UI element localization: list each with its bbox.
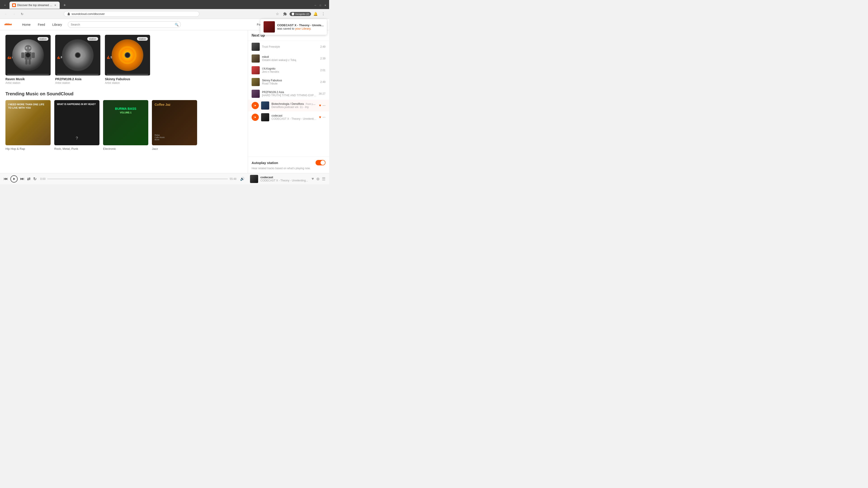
queue-actions-codecast: ♥ ··· [319, 115, 326, 119]
heart-btn-bio[interactable]: ♥ [319, 103, 321, 107]
svg-rect-5 [8, 24, 9, 25]
more-btn-codecast[interactable]: ··· [322, 115, 326, 119]
more-chrome-btn[interactable]: ⋮ [320, 11, 327, 17]
trending-rock[interactable]: WHAT IS HAPPENING IN MY HEAD? ? Rock, Me… [54, 100, 99, 151]
soundcloud-logo[interactable] [4, 22, 13, 27]
player-queue-btn[interactable]: ☰ [322, 176, 326, 182]
queue-thumb-trust [252, 43, 260, 51]
main-layout: Raven Musik [0, 30, 329, 173]
shuffle-btn[interactable]: ⇄ [27, 176, 31, 182]
progress-bar-skinny [107, 74, 148, 74]
station-card-raven[interactable]: Raven Musik [5, 35, 51, 85]
autoplay-toggle[interactable] [315, 160, 326, 165]
queue-item-mikoll[interactable]: mikoll Ostatni dzień wakacji z Tobą 2:39 [248, 53, 329, 64]
address-bar[interactable]: soundcloud.com/discover [64, 11, 199, 17]
active-tab[interactable]: Discover the top streamed mus... ✕ [9, 2, 60, 9]
incognito-icon [291, 12, 294, 15]
forward-btn[interactable]: → [11, 11, 17, 17]
queue-item-codecast[interactable]: ⋮⋮ codecast CODECAST X - Theony - Unrele… [248, 111, 329, 123]
heart-btn-codecast[interactable]: ♥ [319, 115, 321, 119]
queue-item-trust[interactable]: Trust Freestyle 2:49 [248, 41, 329, 53]
trending-jazz[interactable]: Coffee Jaz RelaxCafe MusicBGM Jazz [152, 100, 197, 151]
player-addto-btn[interactable]: ⊕ [316, 176, 320, 182]
new-tab-btn[interactable]: + [61, 2, 68, 8]
incognito-badge[interactable]: Incognito (2) [289, 12, 311, 16]
time-total: 55:48 [230, 177, 237, 181]
autoplay-title: Autoplay station [252, 161, 278, 165]
queue-item-inko[interactable]: I.N.Kognito Jimi n Hendrix 2:01 [248, 64, 329, 76]
vinyl-przfm [55, 35, 100, 75]
player-heart-btn[interactable]: ♥ [311, 176, 314, 181]
drag-handle-codecast: ⋮⋮ [249, 116, 255, 119]
nav-feed[interactable]: Feed [36, 22, 46, 27]
np-thumb [250, 175, 258, 183]
station-card-przfm[interactable]: PRZFM109.2 Asia station [55, 35, 100, 85]
play-pause-btn[interactable] [10, 175, 18, 183]
progress-bar-raven [7, 74, 49, 74]
nav-home[interactable]: Home [21, 22, 32, 27]
notifications-btn[interactable]: 🔔 [312, 11, 319, 17]
reload-btn[interactable]: ↻ [19, 11, 25, 17]
station-type-skinny: station [137, 37, 148, 41]
repeat-btn[interactable]: ↻ [33, 176, 37, 182]
np-info: codecast CODECAST X - Theony - Unrelenti… [260, 175, 308, 182]
back-btn[interactable]: ← [3, 11, 9, 17]
volume-icon[interactable]: 🔊 [240, 177, 245, 181]
queue-track-codecast: CODECAST X - Theony - Unrelenting Forces [272, 117, 317, 121]
svg-rect-12 [32, 53, 35, 58]
trending-label-electronic: Electronic [103, 147, 148, 151]
trending-hiphop[interactable]: I NEED MORE THAN ONE LIFE TO LIVE WITH Y… [5, 100, 51, 151]
progress-bar-przfm [57, 74, 98, 74]
toolbar-right: ☆ Incognito (2) 🔔 ⋮ [274, 11, 327, 17]
search-input[interactable] [68, 21, 181, 28]
logo-svg [4, 22, 13, 27]
autoplay-header: Autoplay station [252, 160, 326, 165]
search-icon[interactable]: 🔍 [175, 23, 179, 26]
content-area: Raven Musik [0, 30, 248, 173]
station-type-przfm: station [87, 37, 98, 41]
svg-rect-6 [9, 23, 10, 25]
queue-item-bio[interactable]: ⋮⋮ Biotechnologia / Densiflora · From yo… [248, 100, 329, 111]
jazz-text: Coffee Jaz [152, 100, 197, 109]
queue-thumb-codecast [261, 113, 269, 121]
tab-close-btn[interactable]: ✕ [53, 3, 57, 7]
extensions-btn[interactable] [282, 11, 288, 17]
station-card-skinny[interactable]: Skinny Fabulous station Skinny Fabulous … [105, 35, 150, 85]
queue-item-przfm[interactable]: PRZFM109.2 Asia [HARD TRUTH] TITHE AND T… [248, 88, 329, 100]
player-controls: ⏮ ⏭ ⇄ ↻ [4, 175, 37, 183]
trending-img-jazz: Coffee Jaz RelaxCafe MusicBGM [152, 100, 197, 145]
trending-label-hiphop: Hip Hop & Rap [5, 147, 51, 151]
toast-track-name: CODECAST X - Theony - Unrele... [277, 24, 324, 27]
hiphop-text: I NEED MORE THAN ONE LIFE TO LIVE WITH Y… [5, 100, 51, 112]
vinyl-raven [5, 35, 51, 75]
svg-rect-4 [8, 23, 8, 25]
nav-library[interactable]: Library [51, 22, 63, 27]
url-text: soundcloud.com/discover [72, 12, 105, 15]
station-sub-raven: Artist station [5, 81, 51, 85]
queue-track-mikoll: Ostatni dzień wakacji z Tobą [262, 59, 318, 62]
browser-toolbar: ← → ↻ soundcloud.com/discover ☆ Incognit… [0, 9, 329, 19]
queue-duration-przfm: 36:27 [319, 92, 326, 95]
bookmark-btn[interactable]: ☆ [274, 11, 281, 17]
autoplay-section: Autoplay station Hear related tracks bas… [248, 157, 329, 173]
svg-point-15 [26, 47, 27, 49]
np-artist: codecast [260, 175, 308, 179]
tab-bar: Discover the top streamed mus... ✕ + ─ □… [0, 0, 329, 9]
toast-library-link[interactable]: your Library [295, 27, 311, 30]
trending-electronic[interactable]: BURMA BASSVOLUME-1 Electronic [103, 100, 148, 151]
close-btn[interactable]: ✕ [324, 4, 327, 7]
skip-forward-btn[interactable]: ⏭ [20, 176, 24, 181]
tab-search-btn[interactable] [2, 2, 8, 8]
queue-duration-inko: 2:01 [320, 69, 326, 72]
svg-rect-3 [7, 24, 8, 25]
queue-artist-bio: Biotechnologia / Densiflora · From your … [272, 102, 317, 105]
more-btn-bio[interactable]: ··· [322, 103, 326, 107]
queue-info-przfm: PRZFM109.2 Asia [HARD TRUTH] TITHE AND T… [262, 91, 316, 97]
skip-back-btn[interactable]: ⏮ [4, 176, 8, 181]
minimize-btn[interactable]: ─ [314, 4, 317, 7]
progress-bar[interactable] [47, 178, 228, 180]
maximize-btn[interactable]: □ [319, 4, 322, 7]
svg-rect-8 [11, 24, 12, 25]
queue-item-road-tribute[interactable]: Skinny Fabulous Road Tribute 2:49 [248, 76, 329, 88]
queue-thumb-mikoll [252, 55, 260, 63]
